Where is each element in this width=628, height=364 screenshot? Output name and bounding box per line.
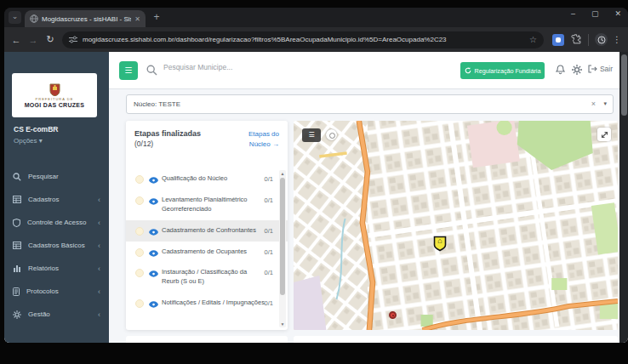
- tab-search-button[interactable]: ⌄: [9, 11, 21, 24]
- close-icon[interactable]: ✕: [614, 9, 621, 18]
- map-locate-button[interactable]: [326, 129, 337, 140]
- app-navbar: ☰ Regularização Fundiária: [109, 52, 619, 89]
- eye-icon[interactable]: [149, 177, 158, 184]
- tab-close-icon[interactable]: ✕: [134, 15, 140, 23]
- eye-icon[interactable]: [149, 250, 158, 257]
- etapa-count: 0/1: [265, 248, 273, 256]
- tab-title: Mogidascruzes - sisHABI - Sis: [42, 15, 131, 23]
- caret-down-icon[interactable]: ▾: [603, 100, 607, 107]
- bookmark-star-icon[interactable]: ☆: [529, 35, 537, 44]
- notifications-bell-icon[interactable]: [556, 65, 565, 75]
- etapa-list-item[interactable]: Instauração / Classificação da Reurb (S …: [126, 262, 288, 293]
- etapas-list: Qualificação do Núcleo 0/1 Levantamento …: [126, 168, 288, 330]
- clear-selection-icon[interactable]: ×: [591, 100, 596, 108]
- etapas-do-nucleo-link[interactable]: Etapas do Núcleo →: [248, 129, 279, 150]
- chevron-left-icon: ‹: [98, 196, 100, 204]
- etapa-list-item[interactable]: Cadastramento de Ocupantes 0/1: [126, 242, 288, 263]
- gear-icon: [13, 310, 21, 319]
- municipe-search-input[interactable]: [163, 63, 351, 71]
- back-icon[interactable]: ←: [8, 35, 25, 45]
- logout-label: Sair: [600, 65, 613, 73]
- profile-avatar[interactable]: [595, 33, 608, 46]
- etapa-count: 0/1: [265, 175, 273, 183]
- new-tab-button[interactable]: +: [151, 11, 163, 23]
- eye-icon[interactable]: [149, 198, 158, 205]
- logo-caption: PREFEITURA DE: [36, 97, 74, 101]
- sidebar-item-cadastros[interactable]: Cadastros ‹: [4, 188, 109, 211]
- page-scrollbar-thumb[interactable]: [621, 54, 627, 116]
- settings-gear-icon[interactable]: [572, 65, 582, 75]
- link-text: Etapas do: [248, 130, 279, 138]
- reload-icon[interactable]: ↻: [42, 34, 59, 45]
- sidebar-toggle-button[interactable]: ☰: [119, 61, 138, 80]
- extension-icon[interactable]: [552, 34, 564, 46]
- etapa-count: 0/1: [265, 196, 273, 204]
- sidebar-item-protocolos[interactable]: Protocolos ‹: [4, 280, 109, 303]
- sidebar-item-pesquisar[interactable]: Pesquisar: [4, 165, 109, 188]
- map-tiles: [294, 121, 618, 330]
- file-icon: [13, 287, 20, 296]
- arrow-right-icon: →: [272, 140, 279, 148]
- card-below-map: [294, 336, 618, 343]
- caret-down-icon: ▾: [39, 137, 43, 145]
- etapa-list-item[interactable]: Levantamento Planialtimétrico Georrefere…: [126, 190, 288, 220]
- site-info-icon[interactable]: [69, 36, 77, 43]
- globe-favicon-icon: [30, 14, 38, 23]
- sidebar-item-controle-de-acesso[interactable]: Controle de Acesso ‹: [4, 211, 109, 234]
- url-text[interactable]: mogidascruzes.sishabi.com.br/dashboard/r…: [83, 36, 524, 43]
- sidebar-item-relatorios[interactable]: Relatórios ‹: [4, 257, 109, 280]
- browser-tab[interactable]: Mogidascruzes - sisHABI - Sis ✕: [25, 10, 146, 27]
- scrollbar-thumb[interactable]: [280, 178, 285, 295]
- regularizacao-fundiaria-button[interactable]: Regularização Fundiária: [460, 62, 545, 79]
- nucleo-filter-select[interactable]: Núcleo: TESTE × ▾: [126, 94, 614, 114]
- etapa-label: Cadastramento de Ocupantes: [162, 247, 265, 257]
- browser-menu-icon[interactable]: ⋮: [613, 35, 621, 44]
- bar-chart-icon: [13, 264, 21, 272]
- sidebar-item-label: Controle de Acesso: [27, 219, 91, 226]
- etapa-list-item[interactable]: Notificações / Editais / Impugnações 0/1: [126, 293, 288, 314]
- forward-icon[interactable]: →: [25, 35, 42, 45]
- toolbar-divider: [588, 34, 589, 46]
- map-layers-button[interactable]: ☰: [302, 128, 321, 142]
- clock-icon: [597, 36, 606, 44]
- eye-icon[interactable]: [149, 301, 158, 308]
- app-root: PREFEITURA DE MOGI DAS CRUZES CS E-comBR…: [4, 52, 628, 343]
- eye-icon[interactable]: [149, 229, 158, 236]
- municipality-logo-card: PREFEITURA DE MOGI DAS CRUZES: [12, 73, 97, 117]
- maximize-icon[interactable]: ▢: [591, 9, 599, 18]
- etapa-list-item[interactable]: Qualificação do Núcleo 0/1: [126, 168, 288, 190]
- scroll-down-icon[interactable]: ▼: [279, 321, 286, 327]
- nucleo-selected-value: Núcleo: TESTE: [134, 100, 180, 108]
- page-scrollbar[interactable]: [619, 52, 628, 343]
- extensions-puzzle-icon[interactable]: [571, 34, 582, 45]
- logout-button[interactable]: Sair: [588, 65, 613, 73]
- sidebar-menu: Pesquisar Cadastros ‹: [4, 165, 109, 326]
- eye-icon[interactable]: [149, 270, 158, 277]
- user-options-dropdown[interactable]: Opções ▾: [14, 137, 43, 145]
- button-label: Regularização Fundiária: [475, 67, 541, 75]
- address-bar[interactable]: mogidascruzes.sishabi.com.br/dashboard/r…: [62, 31, 544, 48]
- user-name: CS E-comBR: [14, 125, 58, 134]
- search-icon: [146, 65, 157, 76]
- chevron-down-icon: ⌄: [12, 12, 19, 20]
- etapa-label: Qualificação do Núcleo: [162, 174, 265, 184]
- etapa-count: 0/1: [265, 299, 273, 307]
- map-view[interactable]: ☰: [294, 121, 618, 330]
- screenshot-stage: ⌄ Mogidascruzes - sisHABI - Sis ✕ + – ▢ …: [0, 0, 628, 364]
- map-marker-yellow[interactable]: ⌂: [433, 236, 447, 252]
- scroll-up-icon[interactable]: ▲: [279, 171, 286, 176]
- city-crest-icon: [49, 83, 60, 96]
- map-marker-red[interactable]: [389, 311, 397, 319]
- options-label: Opções: [14, 137, 37, 145]
- sidebar: PREFEITURA DE MOGI DAS CRUZES CS E-comBR…: [4, 52, 109, 343]
- search-icon: [13, 173, 21, 181]
- etapa-list-item[interactable]: Cadastramento de Confrontantes 0/1: [126, 220, 288, 242]
- etapas-scrollbar[interactable]: ▲ ▼: [279, 170, 286, 327]
- sidebar-item-cadastros-basicos[interactable]: Cadastros Básicos ‹: [4, 234, 109, 257]
- table-icon: [13, 196, 21, 203]
- sidebar-item-gestao[interactable]: Gestão ‹: [4, 303, 109, 326]
- dashboard-content: Núcleo: TESTE × ▾ Etapas finalizadas (0/…: [109, 89, 619, 343]
- map-fullscreen-button[interactable]: [597, 128, 611, 141]
- minimize-icon[interactable]: –: [571, 9, 575, 18]
- etapa-count: 0/1: [265, 227, 273, 235]
